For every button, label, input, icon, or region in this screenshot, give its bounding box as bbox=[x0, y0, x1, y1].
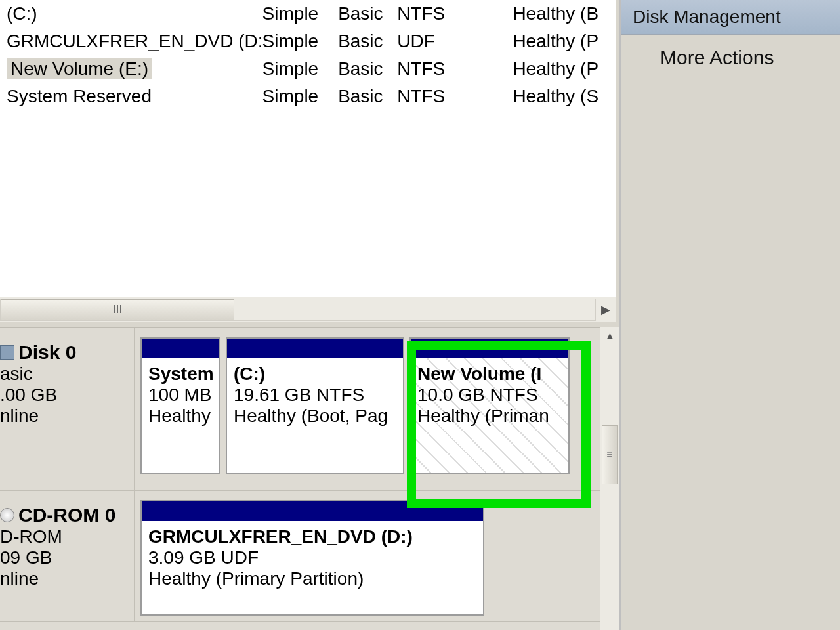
volume-row[interactable]: System Reserved Simple Basic NTFS Health… bbox=[0, 83, 616, 110]
partition-size: 100 MB bbox=[148, 385, 213, 406]
hard-disk-icon bbox=[0, 345, 14, 360]
disk-type: D-ROM bbox=[0, 526, 130, 547]
volume-row[interactable]: GRMCULXFRER_EN_DVD (D:) Simple Basic UDF… bbox=[0, 28, 616, 55]
partition-header bbox=[142, 501, 483, 521]
volume-name: GRMCULXFRER_EN_DVD (D:) bbox=[0, 31, 262, 52]
volume-filesystem: NTFS bbox=[397, 86, 513, 107]
partition-system-reserved[interactable]: System 100 MB Healthy bbox=[140, 337, 220, 474]
volume-status: Healthy (P bbox=[513, 31, 616, 52]
partition-name: New Volume (I bbox=[417, 364, 562, 385]
partition-name: GRMCULXFRER_EN_DVD (D:) bbox=[148, 526, 476, 547]
partition-header bbox=[411, 339, 568, 358]
disk-size: 09 GB bbox=[0, 547, 130, 568]
volume-status: Healthy (B bbox=[513, 3, 616, 24]
horizontal-scrollbar[interactable]: III ▶ bbox=[0, 297, 616, 322]
disk-row: CD-ROM 0 D-ROM 09 GB nline GRMCULXFRER_E… bbox=[0, 491, 616, 622]
volume-layout: Simple bbox=[262, 86, 339, 107]
disk-status: nline bbox=[0, 568, 130, 589]
disk-graphical-view: Disk 0 asic .00 GB nline System 100 MB H… bbox=[0, 327, 616, 630]
volume-filesystem: NTFS bbox=[397, 3, 513, 24]
disk-info-panel[interactable]: Disk 0 asic .00 GB nline bbox=[0, 328, 135, 490]
disk-title: CD-ROM 0 bbox=[0, 504, 130, 526]
disk-type: asic bbox=[0, 364, 130, 385]
volume-layout: Simple bbox=[262, 58, 339, 79]
partition-status: Healthy (Priman bbox=[417, 406, 562, 427]
vertical-scrollbar[interactable]: ▲ ≡ bbox=[600, 327, 620, 630]
scroll-right-arrow-icon[interactable]: ▶ bbox=[596, 299, 616, 321]
volume-status: Healthy (S bbox=[513, 86, 616, 107]
partition-name: System bbox=[148, 364, 213, 385]
partition-dvd[interactable]: GRMCULXFRER_EN_DVD (D:) 3.09 GB UDF Heal… bbox=[140, 500, 484, 616]
disk-info-panel[interactable]: CD-ROM 0 D-ROM 09 GB nline bbox=[0, 491, 135, 621]
volume-name: System Reserved bbox=[0, 86, 262, 107]
scrollbar-track[interactable]: III bbox=[0, 299, 596, 321]
volume-row-selected[interactable]: New Volume (E:) Simple Basic NTFS Health… bbox=[0, 55, 616, 83]
volume-type: Basic bbox=[338, 31, 397, 52]
volume-filesystem: NTFS bbox=[397, 58, 513, 79]
disk-size: .00 GB bbox=[0, 385, 130, 406]
volume-row[interactable]: (C:) Simple Basic NTFS Healthy (B bbox=[0, 0, 616, 28]
main-content: (C:) Simple Basic NTFS Healthy (B GRMCUL… bbox=[0, 0, 620, 630]
volume-list[interactable]: (C:) Simple Basic NTFS Healthy (B GRMCUL… bbox=[0, 0, 616, 297]
volume-name: (C:) bbox=[0, 3, 262, 24]
disk-title: Disk 0 bbox=[0, 341, 130, 364]
volume-layout: Simple bbox=[262, 3, 339, 24]
partition-size: 10.0 GB NTFS bbox=[417, 385, 562, 406]
partition-header bbox=[227, 339, 403, 358]
volume-layout: Simple bbox=[262, 31, 339, 52]
partition-size: 3.09 GB UDF bbox=[148, 547, 476, 568]
more-actions-button[interactable]: More Actions bbox=[621, 35, 840, 75]
partition-size: 19.61 GB NTFS bbox=[234, 385, 396, 406]
disk-partitions: System 100 MB Healthy (C:) 19.61 GB NTFS… bbox=[135, 328, 616, 490]
disk-row: Disk 0 asic .00 GB nline System 100 MB H… bbox=[0, 328, 616, 491]
partition-status: Healthy bbox=[148, 406, 213, 427]
cdrom-icon bbox=[0, 508, 14, 522]
volume-name: New Volume (E:) bbox=[0, 58, 262, 79]
volume-type: Basic bbox=[338, 3, 397, 24]
scrollbar-thumb[interactable]: ≡ bbox=[602, 425, 618, 484]
actions-panel: Disk Management More Actions bbox=[620, 0, 840, 630]
partition-new-volume[interactable]: New Volume (I 10.0 GB NTFS Healthy (Prim… bbox=[410, 337, 570, 474]
volume-filesystem: UDF bbox=[397, 31, 513, 52]
partition-status: Healthy (Boot, Pag bbox=[234, 406, 396, 427]
actions-panel-header: Disk Management bbox=[621, 0, 840, 35]
volume-type: Basic bbox=[338, 58, 397, 79]
volume-status: Healthy (P bbox=[513, 58, 616, 79]
scrollbar-thumb[interactable]: III bbox=[1, 299, 234, 320]
disk-status: nline bbox=[0, 406, 130, 427]
partition-c[interactable]: (C:) 19.61 GB NTFS Healthy (Boot, Pag bbox=[226, 337, 404, 474]
partition-header bbox=[142, 339, 219, 358]
scroll-up-arrow-icon[interactable]: ▲ bbox=[600, 327, 620, 345]
partition-status: Healthy (Primary Partition) bbox=[148, 568, 476, 589]
disk-partitions: GRMCULXFRER_EN_DVD (D:) 3.09 GB UDF Heal… bbox=[135, 491, 616, 621]
volume-type: Basic bbox=[338, 86, 397, 107]
partition-name: (C:) bbox=[234, 364, 396, 385]
